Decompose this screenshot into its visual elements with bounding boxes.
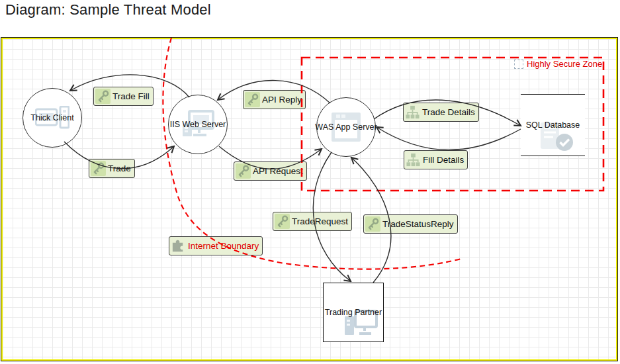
key-icon [236, 163, 251, 179]
flow-label-api-reply[interactable]: API Reply [243, 90, 306, 109]
node-iis-web-server[interactable]: IIS Web Server [168, 95, 228, 154]
puzzle-icon [171, 238, 186, 253]
node-trading-partner[interactable]: Trading Partner [323, 283, 384, 342]
flow-label-trade-fill[interactable]: Trade Fill [93, 87, 154, 106]
key-icon [95, 89, 111, 104]
flow-label-text: Fill Details [423, 155, 464, 165]
node-was-app-server[interactable]: WAS App Server [316, 97, 376, 157]
boundary-label-text: Internet Boundary [188, 241, 259, 251]
node-label: Thick Client [30, 113, 73, 122]
flow-label-text: Trade Fill [112, 91, 150, 101]
key-icon [275, 214, 290, 229]
flow-label-fill-details[interactable]: Fill Details [404, 150, 468, 169]
flow-label-text: API Reply [262, 95, 302, 105]
node-thick-client[interactable]: Thick Client [22, 88, 82, 148]
sitemap-icon [406, 152, 421, 167]
flow-label-text: TradeRequest [292, 216, 348, 226]
flow-label-text: TradeStatusReply [382, 219, 454, 229]
boundary-label-internet-boundary[interactable]: Internet Boundary [169, 236, 263, 255]
key-icon [365, 216, 380, 232]
sitemap-icon [405, 105, 420, 120]
flow-label-trade-details[interactable]: Trade Details [403, 103, 479, 122]
page-title: Diagram: Sample Threat Model [5, 1, 211, 19]
flow-label-trade-status-reply[interactable]: TradeStatusReply [363, 214, 458, 234]
dashed-zone-icon [514, 60, 523, 69]
node-label: IIS Web Server [170, 120, 226, 129]
node-sql-database[interactable]: SQL Database [521, 94, 585, 156]
key-icon [91, 161, 106, 176]
threat-model-window: Diagram: Sample Threat Model Thick Clien… [0, 0, 620, 364]
node-label: Trading Partner [325, 308, 382, 317]
node-label: WAS App Server [315, 122, 376, 132]
diagram-canvas[interactable] [1, 38, 617, 361]
flow-label-text: Trade Details [422, 107, 475, 117]
key-icon [245, 92, 260, 107]
node-label: SQL Database [526, 120, 580, 130]
boundary-label-highly-secure-zone[interactable]: Highly Secure Zone [514, 59, 602, 69]
zone-label-text: Highly Secure Zone [527, 59, 602, 69]
flow-label-trade-request[interactable]: TradeRequest [273, 212, 352, 231]
